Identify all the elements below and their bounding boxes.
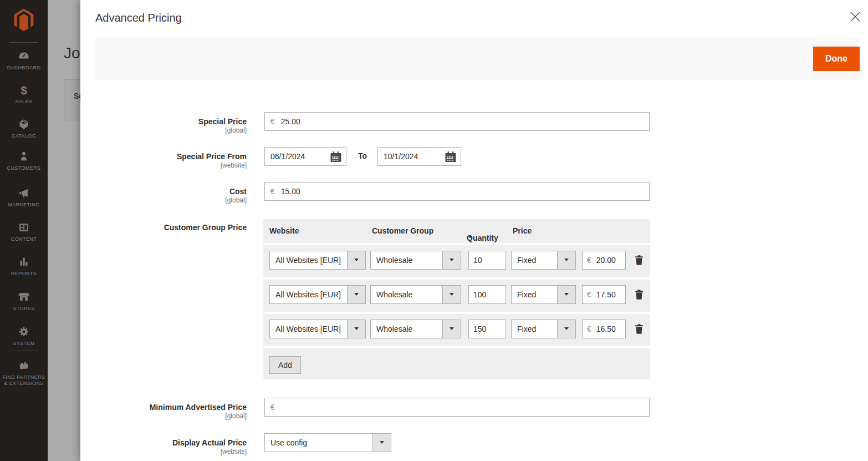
add-row-area: Add bbox=[263, 346, 650, 379]
price-type-select[interactable]: Fixed bbox=[511, 285, 576, 304]
minimum-advertised-price-label: Minimum Advertised Price [global] bbox=[80, 402, 247, 421]
minimum-advertised-price-input[interactable]: € bbox=[264, 398, 650, 417]
table-header: Website Customer Group Quantity* Price bbox=[263, 219, 650, 243]
catalog-icon bbox=[0, 118, 48, 131]
add-group-price-button[interactable]: Add bbox=[269, 356, 301, 374]
chevron-down-icon bbox=[347, 251, 365, 269]
display-actual-price-label: Display Actual Price [website] bbox=[80, 438, 247, 456]
extensions-brick-icon bbox=[0, 359, 48, 373]
special-price-from-input[interactable]: 06/1/2024 bbox=[264, 147, 346, 166]
required-asterisk: * bbox=[469, 234, 472, 242]
background-scope-box: Sc bbox=[64, 79, 80, 120]
website-select[interactable]: All Websites [EUR] bbox=[269, 285, 366, 304]
col-header-customer-group: Customer Group bbox=[372, 226, 433, 235]
close-icon[interactable] bbox=[848, 10, 862, 24]
currency-symbol: € bbox=[270, 403, 275, 412]
advanced-pricing-modal: Advanced Pricing Done Special Price [glo… bbox=[80, 0, 868, 461]
sidebar-item-system[interactable]: SYSTEM bbox=[0, 326, 48, 347]
scope-note: [global] bbox=[80, 196, 247, 205]
scope-note: [global] bbox=[80, 126, 247, 135]
background-scope-label: Sc bbox=[74, 92, 80, 100]
sidebar-divider bbox=[9, 42, 38, 43]
magento-logo-icon[interactable] bbox=[12, 7, 36, 33]
group-price-row: All Websites [EUR] Wholesale 150 Fixed €… bbox=[263, 312, 650, 346]
currency-symbol: € bbox=[587, 256, 591, 265]
marketing-icon bbox=[0, 187, 48, 200]
scope-note: [website] bbox=[80, 448, 247, 456]
chevron-down-icon bbox=[442, 286, 461, 303]
chevron-down-icon bbox=[347, 286, 365, 303]
sidebar-item-marketing[interactable]: MARKETING bbox=[0, 187, 48, 208]
quantity-input[interactable]: 100 bbox=[468, 285, 506, 304]
customers-icon bbox=[0, 150, 48, 164]
stores-icon bbox=[0, 291, 48, 304]
chevron-down-icon bbox=[557, 320, 575, 338]
chevron-down-icon bbox=[347, 320, 365, 338]
quantity-input[interactable]: 10 bbox=[468, 251, 506, 270]
customer-group-price-table: Website Customer Group Quantity* Price A… bbox=[263, 219, 650, 379]
sidebar-item-sales[interactable]: $ SALES bbox=[0, 84, 48, 105]
chevron-down-icon bbox=[557, 251, 575, 269]
customer-group-price-label: Customer Group Price bbox=[80, 222, 247, 232]
chevron-down-icon bbox=[372, 434, 391, 452]
reports-icon bbox=[0, 256, 48, 269]
modal-toolbar: Done bbox=[95, 38, 860, 79]
sidebar-item-dashboard[interactable]: DASHBOARD bbox=[0, 50, 48, 71]
special-price-to-input[interactable]: 10/1/2024 bbox=[377, 147, 461, 166]
done-button[interactable]: Done bbox=[813, 47, 860, 71]
admin-sidebar: DASHBOARD $ SALES CATALOG CUSTOMERS MARK… bbox=[0, 0, 48, 461]
website-select[interactable]: All Websites [EUR] bbox=[269, 320, 366, 338]
group-price-input[interactable]: €17.50 bbox=[582, 285, 626, 304]
sidebar-item-content[interactable]: CONTENT bbox=[0, 221, 48, 242]
customer-group-select[interactable]: Wholesale bbox=[370, 285, 461, 304]
sidebar-item-customers[interactable]: CUSTOMERS bbox=[0, 150, 48, 171]
delete-row-icon[interactable] bbox=[632, 254, 646, 268]
background-page-title: Jou bbox=[64, 44, 80, 62]
delete-row-icon[interactable] bbox=[632, 322, 646, 337]
sidebar-item-find-partners[interactable]: FIND PARTNERS & EXTENSIONS bbox=[0, 359, 48, 387]
delete-row-icon[interactable] bbox=[632, 288, 646, 302]
special-price-input[interactable]: €25.00 bbox=[264, 112, 650, 131]
special-price-from-label: Special Price From [website] bbox=[80, 151, 247, 170]
calendar-icon[interactable] bbox=[444, 150, 457, 164]
group-price-input[interactable]: €16.50 bbox=[582, 320, 626, 338]
currency-symbol: € bbox=[587, 290, 591, 299]
group-price-input[interactable]: €20.00 bbox=[582, 251, 626, 270]
sidebar-item-reports[interactable]: REPORTS bbox=[0, 256, 48, 277]
group-price-row: All Websites [EUR] Wholesale 100 Fixed €… bbox=[263, 277, 650, 312]
dashboard-icon bbox=[0, 50, 48, 63]
sidebar-item-stores[interactable]: STORES bbox=[0, 291, 48, 312]
chevron-down-icon bbox=[442, 251, 461, 269]
chevron-down-icon bbox=[442, 320, 461, 338]
website-select[interactable]: All Websites [EUR] bbox=[269, 251, 366, 270]
quantity-input[interactable]: 150 bbox=[468, 320, 506, 338]
customer-group-select[interactable]: Wholesale bbox=[370, 320, 461, 338]
scope-note: [website] bbox=[80, 161, 247, 170]
currency-symbol: € bbox=[587, 325, 591, 333]
display-actual-price-select[interactable]: Use config bbox=[264, 433, 391, 452]
calendar-icon[interactable] bbox=[329, 150, 343, 164]
col-header-website: Website bbox=[269, 226, 299, 235]
cost-input[interactable]: €15.00 bbox=[264, 182, 650, 201]
sidebar-divider bbox=[9, 351, 38, 351]
content-icon bbox=[0, 221, 48, 235]
sidebar-item-catalog[interactable]: CATALOG bbox=[0, 118, 48, 139]
system-gear-icon bbox=[0, 326, 48, 339]
group-price-row: All Websites [EUR] Wholesale 10 Fixed €2… bbox=[263, 243, 650, 277]
col-header-price: Price bbox=[513, 226, 532, 235]
scope-note: [global] bbox=[80, 412, 247, 421]
customer-group-select[interactable]: Wholesale bbox=[370, 251, 461, 270]
dimmed-background-page: Jou Sc bbox=[48, 0, 80, 461]
special-price-label: Special Price [global] bbox=[80, 116, 247, 135]
currency-symbol: € bbox=[270, 117, 275, 126]
sales-icon: $ bbox=[0, 84, 48, 97]
to-label: To bbox=[358, 151, 367, 160]
modal-title: Advanced Pricing bbox=[95, 12, 182, 24]
price-type-select[interactable]: Fixed bbox=[511, 320, 576, 338]
cost-label: Cost [global] bbox=[80, 186, 247, 205]
price-type-select[interactable]: Fixed bbox=[511, 251, 576, 270]
currency-symbol: € bbox=[270, 187, 275, 196]
chevron-down-icon bbox=[557, 286, 575, 303]
